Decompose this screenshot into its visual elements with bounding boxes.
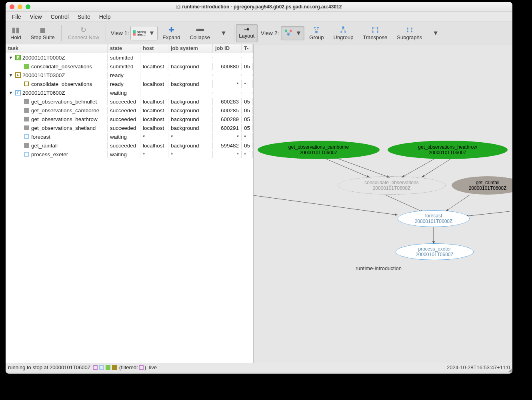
col-job-id[interactable]: job ID bbox=[213, 44, 242, 53]
table-row[interactable]: consolidate_observationsreadylocalhostba… bbox=[6, 80, 253, 88]
view1-selector[interactable]: running failed... ▼ bbox=[130, 26, 158, 40]
cell-state: succeeded bbox=[108, 107, 140, 114]
svg-line-14 bbox=[344, 29, 345, 31]
cell-js: background bbox=[168, 107, 213, 114]
task-state-icon bbox=[24, 152, 29, 157]
svg-line-32 bbox=[466, 211, 510, 216]
expand-button[interactable]: ✚ Expand bbox=[158, 23, 185, 43]
connect-now-button[interactable]: ↻ Connect Now bbox=[63, 23, 104, 43]
close-window-button[interactable] bbox=[10, 4, 14, 9]
task-name: get_observations_shetland bbox=[31, 125, 96, 131]
legend-icon: running failed... bbox=[133, 30, 146, 36]
task-name: get_rainfall bbox=[31, 143, 58, 149]
menu-view[interactable]: View bbox=[26, 12, 46, 22]
transpose-button[interactable]: Transpose bbox=[358, 23, 392, 43]
task-state-icon bbox=[24, 125, 29, 130]
menu-help[interactable]: Help bbox=[95, 12, 115, 22]
view2-overflow[interactable]: ▼ bbox=[427, 30, 444, 37]
cell-host bbox=[140, 74, 168, 76]
table-row[interactable]: process_exeterwaiting**** bbox=[6, 150, 253, 159]
node-rainfall[interactable]: get_rainfall20000101T0600Z bbox=[452, 176, 512, 195]
view2-selector[interactable]: ▼ bbox=[281, 26, 305, 40]
svg-line-13 bbox=[342, 29, 343, 31]
tree-body[interactable]: ▼F20000101T0000Zsubmittedconsolidate_obs… bbox=[6, 53, 253, 363]
task-name: get_observations_heathrow bbox=[31, 116, 98, 122]
table-row[interactable]: ▼F20000101T0600Zwaiting bbox=[6, 88, 253, 97]
cell-state: succeeded bbox=[108, 98, 140, 105]
cell-jid: 600285 bbox=[213, 107, 242, 114]
cell-js: background bbox=[168, 142, 213, 149]
table-row[interactable]: ▼F20000101T0000Zsubmitted bbox=[6, 53, 253, 62]
svg-point-6 bbox=[317, 27, 319, 28]
task-state-icon bbox=[24, 117, 29, 121]
table-row[interactable]: consolidate_observationssubmittedlocalho… bbox=[6, 62, 253, 71]
graph-panel[interactable]: get_observations_camborne20000101T0600Z … bbox=[254, 44, 512, 363]
hold-button[interactable]: ▮▮ Hold bbox=[6, 23, 26, 43]
task-state-icon bbox=[24, 108, 29, 113]
minimize-window-button[interactable] bbox=[18, 4, 22, 9]
subgraphs-button[interactable]: Subgraphs bbox=[392, 23, 427, 43]
menu-file[interactable]: File bbox=[8, 12, 25, 22]
svg-point-22 bbox=[411, 31, 412, 32]
cell-ts: 05 bbox=[242, 115, 253, 123]
table-row[interactable]: forecastwaiting**** bbox=[6, 132, 253, 141]
table-row[interactable]: get_rainfallsucceededlocalhostbackground… bbox=[6, 141, 253, 150]
refresh-icon: ↻ bbox=[80, 26, 86, 34]
status-live: live bbox=[149, 364, 157, 370]
table-row[interactable]: get_observations_cambornesucceededlocalh… bbox=[6, 106, 253, 115]
status-box-4 bbox=[112, 365, 117, 370]
expander-icon[interactable]: ▼ bbox=[8, 55, 14, 60]
group-button[interactable]: Group bbox=[304, 23, 328, 43]
task-name: consolidate_observations bbox=[31, 81, 92, 87]
chevron-down-icon: ▼ bbox=[148, 30, 155, 37]
zoom-window-button[interactable] bbox=[26, 4, 30, 9]
col-job-system[interactable]: job system bbox=[168, 44, 213, 53]
table-row[interactable]: ▼F20000101T0300Zready bbox=[6, 71, 253, 80]
node-forecast[interactable]: forecast20000101T0600Z bbox=[398, 210, 470, 227]
expander-icon[interactable]: ▼ bbox=[8, 73, 14, 78]
cell-ts: 05 bbox=[242, 124, 253, 132]
cell-jid: * bbox=[213, 80, 242, 88]
status-box-2 bbox=[99, 365, 104, 370]
status-box-1 bbox=[93, 365, 98, 370]
cell-ts: 05 bbox=[242, 63, 253, 70]
resize-grip[interactable]: ◢ bbox=[508, 367, 512, 373]
view1-overflow[interactable]: ▼ bbox=[215, 30, 232, 37]
transpose-icon bbox=[371, 26, 380, 34]
cell-jid bbox=[213, 74, 242, 76]
table-row[interactable]: get_observations_heathrowsucceededlocalh… bbox=[6, 115, 253, 123]
cell-state: ready bbox=[108, 80, 140, 88]
cell-state: ready bbox=[108, 72, 140, 79]
node-process[interactable]: process_exeter20000101T0600Z bbox=[396, 243, 474, 260]
cell-host: localhost bbox=[140, 63, 168, 70]
node-camborne[interactable]: get_observations_camborne20000101T0600Z bbox=[258, 141, 380, 159]
cell-host: localhost bbox=[140, 107, 168, 114]
cell-state: waiting bbox=[108, 89, 140, 97]
ungroup-button[interactable]: Ungroup bbox=[329, 23, 358, 43]
cell-jid: 600283 bbox=[213, 98, 242, 105]
menu-control[interactable]: Control bbox=[47, 12, 73, 22]
cell-js bbox=[168, 57, 213, 58]
app-window: Xruntime-introduction - pgregory.pag548.… bbox=[6, 2, 512, 374]
task-name: get_observations_belmullet bbox=[31, 99, 97, 105]
col-task[interactable]: task bbox=[6, 44, 108, 53]
cell-js: * bbox=[168, 151, 213, 158]
table-row[interactable]: get_observations_belmulletsucceededlocal… bbox=[6, 97, 253, 106]
task-state-icon bbox=[24, 64, 29, 69]
col-state[interactable]: state bbox=[108, 44, 140, 53]
collapse-button[interactable]: ➖ Collapse bbox=[185, 23, 215, 43]
col-host[interactable]: host bbox=[140, 44, 168, 53]
col-t[interactable]: T- bbox=[242, 44, 253, 53]
cycle-state-icon: F bbox=[15, 72, 21, 78]
node-heathrow[interactable]: get_observations_heathrow20000101T0600Z bbox=[388, 141, 508, 159]
cell-js: background bbox=[168, 124, 213, 132]
stop-suite-button[interactable]: ◼ Stop Suite bbox=[26, 23, 60, 43]
layout-button[interactable]: ⇥ Layout bbox=[236, 24, 258, 42]
expander-icon[interactable]: ▼ bbox=[8, 90, 14, 95]
node-consolidate[interactable]: consolidate_observations20000101T0600Z bbox=[338, 176, 446, 195]
table-row[interactable]: get_observations_shetlandsucceededlocalh… bbox=[6, 123, 253, 132]
statusbar: running to stop at 20000101T0600Z (filte… bbox=[6, 363, 512, 372]
menu-suite[interactable]: Suite bbox=[74, 12, 94, 22]
cell-ts: 05 bbox=[242, 107, 253, 114]
titlebar: Xruntime-introduction - pgregory.pag548.… bbox=[6, 2, 512, 12]
